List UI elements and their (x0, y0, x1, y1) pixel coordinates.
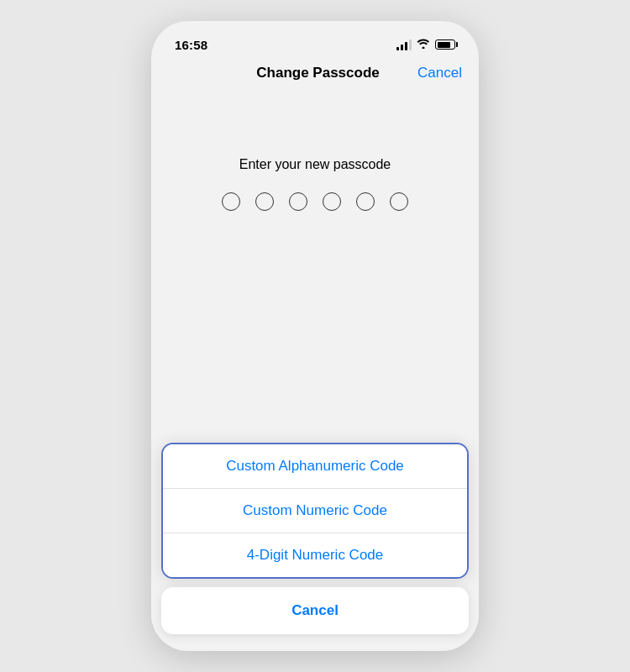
passcode-dot-1 (222, 192, 240, 211)
nav-title: Change Passcode (256, 65, 379, 81)
passcode-dot-5 (356, 192, 375, 211)
passcode-dot-2 (255, 192, 274, 211)
option-custom-numeric[interactable]: Custom Numeric Code (163, 489, 467, 533)
status-icons (396, 38, 455, 51)
wifi-icon (417, 38, 430, 51)
passcode-dot-4 (323, 192, 341, 211)
phone-frame: 16:58 (151, 21, 479, 651)
passcode-prompt: Enter your new passcode (239, 157, 391, 172)
option-4-digit-numeric[interactable]: 4-Digit Numeric Code (163, 533, 467, 577)
bottom-sheet: Custom Alphanumeric Code Custom Numeric … (151, 443, 479, 651)
nav-cancel-button[interactable]: Cancel (417, 65, 462, 81)
cancel-button[interactable]: Cancel (161, 587, 469, 634)
signal-icon (396, 39, 412, 50)
options-menu: Custom Alphanumeric Code Custom Numeric … (161, 443, 469, 579)
status-bar: 16:58 (151, 21, 479, 61)
nav-bar: Change Passcode Cancel (151, 61, 479, 90)
passcode-dot-3 (289, 192, 307, 211)
battery-icon (435, 39, 455, 50)
passcode-dots (222, 192, 408, 211)
passcode-dot-6 (390, 192, 408, 211)
status-time: 16:58 (175, 38, 207, 52)
option-custom-alphanumeric[interactable]: Custom Alphanumeric Code (163, 444, 467, 489)
